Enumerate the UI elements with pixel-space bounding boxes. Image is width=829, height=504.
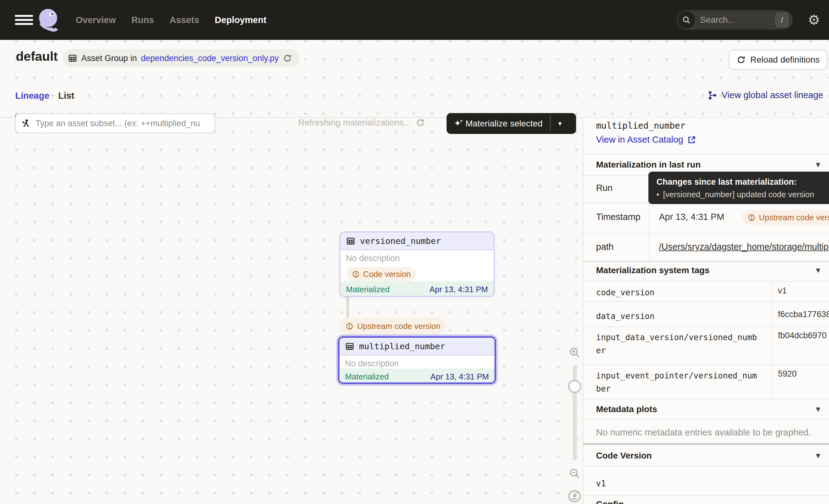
tag-value: fb04dcb6970: [778, 331, 829, 340]
tag-value: 5920: [778, 369, 829, 379]
reload-icon: [736, 55, 746, 65]
asset-node-multiplied-number[interactable]: multiplied_number No description Materia…: [338, 336, 496, 384]
divider: [583, 399, 829, 399]
asset-name: versioned_number: [360, 236, 441, 246]
chevron-down-icon[interactable]: ▼: [814, 405, 822, 414]
view-global-lineage-label: View global asset lineage: [722, 90, 823, 100]
cycle-exclamation-icon: [352, 270, 360, 279]
zoom-in-icon[interactable]: [568, 347, 581, 359]
node-footer: Materialized Apr 13, 4:31 PM: [339, 368, 495, 384]
dagster-app: Overview Runs Assets Deployment Search..…: [0, 0, 829, 504]
download-graph-icon[interactable]: [567, 489, 582, 503]
column-divider: [772, 281, 772, 399]
divider: [583, 281, 829, 282]
zoom-slider-track[interactable]: [573, 365, 577, 460]
refresh-status: Refreshing materializations...: [298, 118, 425, 128]
asset-subset-input[interactable]: [36, 119, 209, 128]
timestamp-upstream-badge[interactable]: Upstream code version: [742, 210, 829, 225]
external-link-icon: [687, 135, 696, 145]
asset-graph-icon: [21, 118, 31, 128]
path-row-label: path: [596, 242, 613, 252]
section-materialization-last-run: Materialization in last run: [596, 160, 701, 170]
divider: [583, 261, 829, 262]
materialize-selected-button[interactable]: ✦ Materialize selected ▾: [446, 113, 576, 134]
tab-list[interactable]: List: [58, 91, 74, 101]
tag-key: data_version: [596, 310, 758, 323]
materialized-status: Materialized: [345, 372, 389, 382]
metadata-plots-empty: No numeric metadata entries available to…: [596, 427, 811, 438]
nav-item-deployment[interactable]: Deployment: [215, 15, 266, 25]
node-header: multiplied_number: [339, 338, 495, 355]
section-divider: [583, 443, 829, 445]
nav-item-overview[interactable]: Overview: [76, 15, 116, 25]
divider: [583, 233, 829, 233]
dagster-logo-icon[interactable]: [36, 7, 62, 35]
view-in-asset-catalog-label: View in Asset Catalog: [596, 135, 683, 145]
asset-group-file-link[interactable]: dependencies_code_version_only.py: [141, 53, 279, 63]
refresh-icon[interactable]: [416, 118, 425, 128]
cycle-exclamation-icon: [747, 213, 756, 222]
tag-value: f6ccba177638: [778, 310, 829, 319]
section-code-version: Code Version: [596, 451, 652, 461]
tag-key: input_event_pointer/versioned_number: [596, 369, 758, 395]
materialize-dropdown-caret[interactable]: ▾: [550, 113, 569, 134]
timestamp-upstream-label: Upstream code version: [759, 213, 829, 222]
zoom-slider-thumb[interactable]: [568, 380, 581, 393]
menu-icon[interactable]: [15, 15, 33, 25]
changes-tooltip-title: Changes since last materialization:: [656, 177, 827, 187]
materialized-status: Materialized: [346, 285, 390, 294]
changes-tooltip: Changes since last materialization: • [v…: [648, 172, 829, 204]
divider: [583, 153, 829, 154]
search-input[interactable]: Search... /: [677, 10, 793, 30]
upstream-code-version-badge[interactable]: Upstream code version: [339, 318, 446, 334]
changes-tooltip-item: • [versioned_number] updated code versio…: [656, 190, 827, 200]
path-value-link[interactable]: /Users/sryza/dagster_home/storage/multip: [659, 242, 829, 252]
divider: [583, 495, 829, 496]
chevron-down-icon[interactable]: ▼: [814, 160, 822, 169]
reload-definitions-button[interactable]: Reload definitions: [729, 50, 827, 70]
timestamp-row-label: Timestamp: [596, 212, 640, 222]
tag-value: v1: [778, 286, 829, 296]
search-icon: [678, 11, 695, 29]
view-global-lineage-link[interactable]: View global asset lineage: [708, 90, 823, 100]
global-lineage-icon: [708, 90, 718, 100]
chevron-down-icon[interactable]: ▼: [814, 266, 822, 275]
asset-subset-filter[interactable]: [15, 113, 215, 133]
asset-node-versioned-number[interactable]: versioned_number No description Code ver…: [339, 231, 495, 297]
divider: [583, 419, 829, 420]
chevron-down-icon[interactable]: ▼: [814, 452, 822, 460]
sparkle-icon: ✦: [454, 119, 461, 128]
reload-group-icon[interactable]: [283, 53, 292, 63]
node-body: No description: [339, 355, 495, 368]
node-body: No description Code version: [340, 250, 494, 281]
code-version-chip[interactable]: Code version: [346, 267, 417, 281]
divider: [583, 466, 829, 466]
run-row-label: Run: [596, 183, 613, 193]
nav-item-runs[interactable]: Runs: [132, 15, 154, 25]
asset-description: No description: [346, 254, 488, 263]
changes-tooltip-text: [versioned_number] updated code version: [663, 190, 814, 200]
nav-item-assets[interactable]: Assets: [170, 15, 199, 25]
node-footer: Materialized Apr 13, 4:31 PM: [340, 281, 494, 297]
materialized-timestamp: Apr 13, 4:31 PM: [430, 372, 489, 382]
asset-group-icon: [68, 53, 77, 63]
tag-key: input_data_version/versioned_number: [596, 331, 758, 357]
upstream-code-version-label: Upstream code version: [357, 321, 440, 331]
asset-name: multiplied_number: [359, 341, 445, 351]
refreshing-label: Refreshing materializations...: [298, 118, 411, 128]
divider: [583, 364, 829, 365]
tab-lineage[interactable]: Lineage: [15, 91, 49, 101]
timestamp-value: Apr 13, 4:31 PM: [659, 212, 724, 222]
gear-icon[interactable]: ⚙: [808, 12, 820, 27]
bullet-glyph: •: [656, 190, 659, 200]
code-version-chip-label: Code version: [363, 269, 411, 279]
materialize-main[interactable]: ✦ Materialize selected: [446, 113, 550, 134]
view-in-asset-catalog-link[interactable]: View in Asset Catalog: [596, 135, 696, 145]
node-header: versioned_number: [340, 232, 494, 250]
zoom-out-icon[interactable]: [568, 467, 581, 480]
search-shortcut-badge: /: [776, 13, 789, 27]
materialized-timestamp: Apr 13, 4:31 PM: [429, 285, 488, 294]
page-title: default: [16, 49, 58, 64]
search-placeholder: Search...: [700, 15, 776, 25]
section-system-tags: Materialization system tags: [596, 265, 710, 275]
